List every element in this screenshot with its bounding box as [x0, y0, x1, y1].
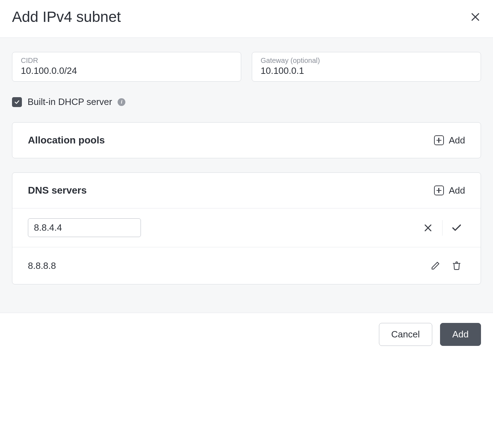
dns-servers-add-button[interactable]: Add: [434, 185, 465, 196]
dns-servers-title: DNS servers: [28, 185, 87, 196]
divider: [442, 220, 442, 236]
dns-edit-button[interactable]: [427, 257, 444, 274]
dns-row-editing: [12, 208, 481, 247]
info-icon[interactable]: i: [118, 98, 125, 106]
dialog-body: CIDR Gateway (optional) Built-in DHCP se…: [0, 38, 493, 313]
plus-icon: [434, 135, 444, 145]
dhcp-label: Built-in DHCP server: [28, 96, 112, 107]
dns-servers-header: DNS servers Add: [12, 173, 481, 208]
cidr-label: CIDR: [21, 57, 232, 65]
dns-servers-card: DNS servers Add 8.8.8.8: [12, 172, 481, 284]
trash-icon: [452, 261, 461, 270]
dialog-footer: Cancel Add: [0, 313, 493, 356]
allocation-pools-add-button[interactable]: Add: [434, 135, 465, 146]
allocation-pools-add-label: Add: [449, 135, 465, 146]
allocation-pools-header: Allocation pools Add: [12, 123, 481, 158]
close-icon: [423, 223, 433, 233]
dns-row-static: 8.8.8.8: [12, 247, 481, 284]
check-icon: [14, 99, 20, 105]
cidr-field[interactable]: CIDR: [12, 52, 241, 82]
close-button[interactable]: [470, 11, 481, 23]
dhcp-checkbox[interactable]: [12, 97, 22, 107]
dns-static-actions: [427, 257, 465, 274]
allocation-pools-card: Allocation pools Add: [12, 122, 481, 158]
dns-delete-button[interactable]: [448, 257, 465, 274]
dns-cancel-edit-button[interactable]: [420, 219, 436, 236]
gateway-input[interactable]: [261, 65, 472, 76]
add-button[interactable]: Add: [440, 323, 481, 346]
dns-value: 8.8.8.8: [28, 260, 56, 271]
dns-servers-add-label: Add: [449, 185, 465, 196]
top-fields-row: CIDR Gateway (optional): [12, 52, 481, 82]
gateway-field[interactable]: Gateway (optional): [252, 52, 481, 82]
dhcp-row: Built-in DHCP server i: [12, 96, 481, 107]
plus-icon: [434, 185, 444, 195]
allocation-pools-title: Allocation pools: [28, 135, 105, 146]
dns-edit-input[interactable]: [28, 218, 141, 237]
check-icon: [451, 222, 462, 234]
dns-edit-actions: [420, 219, 465, 236]
close-icon: [470, 11, 481, 23]
gateway-label: Gateway (optional): [261, 57, 472, 65]
pencil-icon: [431, 261, 440, 270]
cidr-input[interactable]: [21, 65, 232, 76]
dialog-header: Add IPv4 subnet: [0, 0, 493, 38]
dialog-title: Add IPv4 subnet: [12, 8, 121, 25]
cancel-button[interactable]: Cancel: [379, 323, 432, 346]
dns-confirm-edit-button[interactable]: [448, 219, 465, 236]
